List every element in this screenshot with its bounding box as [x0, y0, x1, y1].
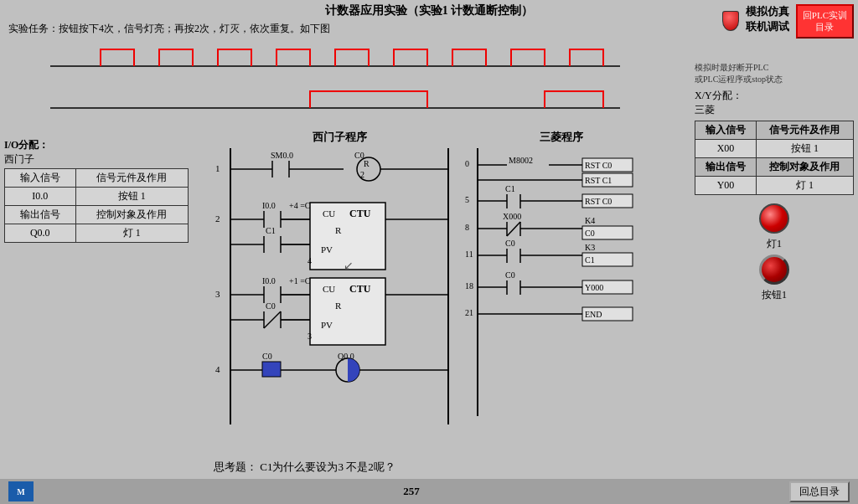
- mitsubishi-program: 三菱程序 0 M8002 RST C0 RST C1 5 C1 RST C0 8: [465, 130, 658, 428]
- svg-rect-63: [262, 362, 281, 377]
- svg-text:I0.0: I0.0: [262, 276, 276, 285]
- right-signal-header: 信号元件及作用: [756, 121, 853, 140]
- svg-text:Q0.0: Q0.0: [338, 352, 354, 361]
- io-title: I/O分配：: [4, 138, 197, 152]
- input-signal-header: 输入信号: [5, 169, 76, 188]
- svg-text:PV: PV: [321, 244, 333, 255]
- top-right-info: 模拟仿真 联机调试: [746, 4, 789, 34]
- svg-text:18: 18: [465, 281, 473, 291]
- right-btn1: 按钮 1: [756, 140, 853, 158]
- output-signal-header: 输出信号: [5, 206, 76, 224]
- svg-text:K4: K4: [585, 216, 595, 225]
- siemens-program: 西门子程序 1 SM0.0 R 2 C0 2 I0.0 +4 =C0 C1: [214, 130, 465, 428]
- svg-text:2: 2: [215, 213, 220, 224]
- svg-line-49: [264, 311, 281, 328]
- io-table-right: 输入信号 信号元件及作用 X00 按钮 1 输出信号 控制对象及作用 Y00 灯…: [695, 121, 854, 195]
- svg-text:X000: X000: [503, 212, 521, 221]
- svg-text:K3: K3: [585, 243, 595, 252]
- svg-text:R: R: [335, 301, 342, 311]
- io-desc-light1: 灯 1: [75, 224, 188, 243]
- note-text: 思考题： C1为什么要设为3 不是2呢？: [214, 460, 395, 475]
- svg-line-92: [507, 222, 520, 236]
- svg-text:SM0.0: SM0.0: [271, 151, 293, 160]
- svg-text:PV: PV: [321, 320, 333, 330]
- logo: M: [8, 481, 34, 501]
- svg-text:11: 11: [465, 249, 473, 259]
- svg-text:1: 1: [215, 163, 220, 173]
- svg-text:C1: C1: [505, 184, 515, 193]
- svg-text:8: 8: [465, 223, 469, 232]
- io-address-q00: Q0.0: [5, 224, 76, 243]
- svg-text:4: 4: [215, 364, 220, 374]
- svg-text:C0: C0: [505, 239, 515, 248]
- svg-text:4: 4: [308, 256, 312, 265]
- mitsubishi-ladder: 0 M8002 RST C0 RST C1 5 C1 RST C0 8 X000…: [465, 148, 649, 424]
- light-indicator: [759, 203, 789, 234]
- mitsubishi-title: 三菱程序: [465, 130, 658, 145]
- sim-title: 模拟仿真: [746, 4, 789, 19]
- svg-text:C0: C0: [354, 151, 364, 160]
- svg-text:I0.0: I0.0: [262, 201, 276, 210]
- svg-text:3: 3: [215, 289, 220, 299]
- svg-text:C1: C1: [585, 255, 595, 265]
- svg-text:R: R: [335, 225, 342, 235]
- svg-text:M8002: M8002: [509, 156, 533, 165]
- right-output-header: 输出信号: [695, 158, 757, 177]
- light-label: 灯1: [767, 237, 782, 251]
- siemens-title: 西门子程序: [214, 130, 465, 145]
- svg-text:C1: C1: [266, 226, 276, 235]
- svg-text:Y000: Y000: [585, 283, 603, 292]
- warning-text: 模拟时最好断开PLC或PLC运程序或stop状态: [695, 62, 854, 85]
- right-info-area: 模拟时最好断开PLC或PLC运程序或stop状态 X/Y分配： 三菱 输入信号 …: [695, 59, 854, 302]
- return-main-btn[interactable]: 回总目录: [789, 481, 850, 502]
- bottom-bar: M 257 回总目录: [0, 479, 858, 504]
- control-header: 控制对象及作用: [75, 206, 188, 224]
- siemens-ladder: 1 SM0.0 R 2 C0 2 I0.0 +4 =C0 C1 CU CTU R…: [214, 148, 457, 424]
- svg-text:CTU: CTU: [349, 208, 371, 219]
- svg-text:2: 2: [360, 170, 364, 179]
- page-number: 257: [403, 485, 420, 498]
- right-light1: 灯 1: [756, 177, 853, 195]
- right-input-header: 输入信号: [695, 121, 757, 140]
- io-address-i00: I0.0: [5, 188, 76, 206]
- link-title: 联机调试: [746, 19, 789, 34]
- io-section-left: I/O分配： 西门子 输入信号 信号元件及作用 I0.0 按钮 1 输出信号 控…: [4, 138, 197, 243]
- io-subtitle: 西门子: [4, 152, 197, 167]
- return-plc-btn[interactable]: 回PLC实训 目录: [796, 4, 854, 39]
- indicator-light: [722, 11, 739, 31]
- svg-text:0: 0: [465, 159, 469, 168]
- io-desc-btn1: 按钮 1: [75, 188, 188, 206]
- btn-label-right: 按钮1: [762, 288, 787, 302]
- svg-text:RST C0: RST C0: [585, 197, 612, 206]
- svg-text:C0: C0: [505, 270, 515, 280]
- svg-text:3: 3: [308, 332, 312, 341]
- svg-rect-52: [310, 278, 385, 345]
- right-y00: Y00: [695, 177, 757, 195]
- right-control-header: 控制对象及作用: [756, 158, 853, 177]
- svg-text:↙: ↙: [344, 260, 354, 272]
- button-indicator[interactable]: [759, 255, 789, 285]
- svg-text:C0: C0: [585, 229, 595, 238]
- svg-text:CTU: CTU: [349, 283, 371, 295]
- svg-text:21: 21: [465, 308, 473, 317]
- svg-text:RST C1: RST C1: [585, 176, 612, 185]
- io-table-left: 输入信号 信号元件及作用 I0.0 按钮 1 输出信号 控制对象及作用 Q0.0…: [4, 168, 189, 243]
- right-x00: X00: [695, 140, 757, 158]
- svg-text:CU: CU: [323, 208, 335, 219]
- xy-label: X/Y分配： 三菱: [695, 89, 854, 117]
- svg-text:RST C0: RST C0: [585, 161, 612, 170]
- signal-desc-header: 信号元件及作用: [75, 169, 188, 188]
- svg-text:R: R: [364, 159, 370, 168]
- svg-text:END: END: [585, 310, 602, 319]
- svg-text:5: 5: [465, 195, 469, 204]
- top-right-panel: 模拟仿真 联机调试 回PLC实训 目录: [722, 4, 854, 39]
- svg-text:C0: C0: [266, 301, 276, 311]
- svg-text:C0: C0: [262, 352, 272, 361]
- svg-text:CU: CU: [323, 284, 335, 294]
